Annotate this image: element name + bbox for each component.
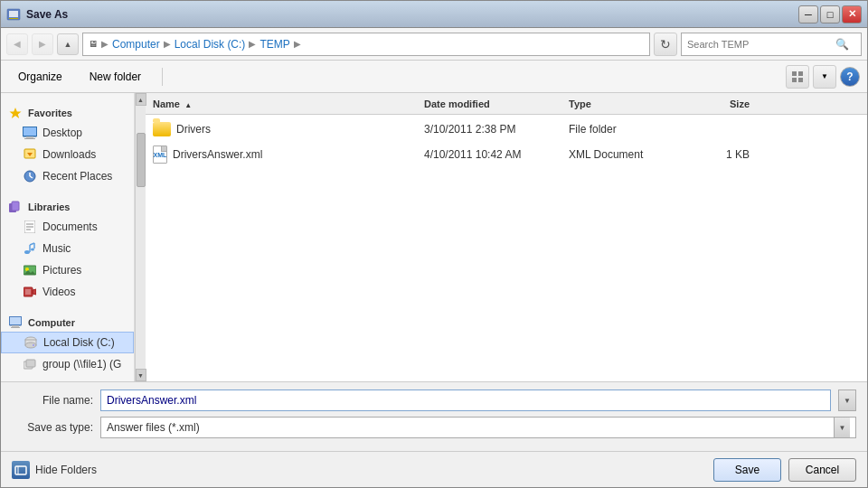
svg-rect-1 <box>9 11 18 17</box>
sidebar-item-local-disk[interactable]: Local Disk (C:) <box>1 332 134 353</box>
sidebar-item-desktop[interactable]: Desktop <box>1 122 134 144</box>
file-date-cell: 4/10/2011 10:42 AM <box>424 148 569 161</box>
col-size-header[interactable]: Size <box>677 99 750 109</box>
forward-button[interactable]: ▶ <box>32 33 53 55</box>
svg-rect-2 <box>9 18 18 19</box>
file-name-label: File name: <box>12 394 93 407</box>
music-icon <box>23 241 37 256</box>
col-date-header[interactable]: Date modified <box>424 99 569 109</box>
action-bar: Hide Folders Save Cancel <box>1 451 867 487</box>
svg-rect-9 <box>24 127 36 136</box>
file-name-dropdown-arrow[interactable]: ▼ <box>838 389 856 411</box>
recent-places-icon <box>23 169 37 183</box>
table-row[interactable]: XML DriversAnswer.xml 4/10/2011 10:42 AM… <box>146 142 867 167</box>
hide-folders-label: Hide Folders <box>35 464 97 476</box>
refresh-button[interactable]: ↻ <box>654 33 677 56</box>
svg-point-23 <box>24 250 30 254</box>
documents-icon <box>23 220 37 234</box>
breadcrumb-disk[interactable]: Local Disk (C:) <box>175 38 246 51</box>
removable-label: Removable Disk ( <box>42 380 128 381</box>
favorites-section: Favorites <box>1 100 134 122</box>
downloads-icon <box>23 147 37 162</box>
search-box[interactable]: 🔍 <box>681 33 862 56</box>
sidebar-item-group[interactable]: group (\\file1) (G <box>1 353 134 375</box>
svg-rect-18 <box>12 202 19 211</box>
sidebar-item-recent-places[interactable]: Recent Places <box>1 165 134 187</box>
save-as-type-label: Save as type: <box>12 421 93 434</box>
svg-rect-4 <box>798 71 803 76</box>
window-controls: ─ □ ✕ <box>798 5 862 23</box>
save-button[interactable]: Save <box>713 458 781 482</box>
sidebar-item-documents[interactable]: Documents <box>1 216 134 238</box>
sidebar-item-music[interactable]: Music <box>1 238 134 259</box>
folder-icon <box>153 122 171 136</box>
table-row[interactable]: Drivers 3/10/2011 2:38 PM File folder <box>146 117 867 142</box>
svg-marker-32 <box>33 289 36 295</box>
local-disk-icon <box>24 335 38 350</box>
file-list: Name ▲ Date modified Type Size Drivers 3… <box>146 93 867 381</box>
view-arrow-button[interactable]: ▼ <box>813 65 836 89</box>
address-bar: ◀ ▶ ▲ 🖥 ▶ Computer ▶ Local Disk (C:) ▶ T… <box>1 28 867 61</box>
new-folder-button[interactable]: New folder <box>80 65 151 89</box>
network-drive-icon <box>23 357 37 371</box>
hide-folders-button[interactable]: Hide Folders <box>12 461 97 479</box>
libraries-label: Libraries <box>28 202 70 212</box>
search-input[interactable] <box>687 39 832 50</box>
file-list-header: Name ▲ Date modified Type Size <box>146 93 867 115</box>
breadcrumb-temp[interactable]: TEMP <box>259 38 289 51</box>
minimize-button[interactable]: ─ <box>798 5 818 23</box>
breadcrumb-computer[interactable]: Computer <box>112 38 160 51</box>
file-size-cell: 1 KB <box>677 148 750 161</box>
computer-icon <box>8 315 23 330</box>
file-name-label: Drivers <box>176 123 211 136</box>
sidebar: Favorites Desktop <box>1 93 135 381</box>
svg-point-29 <box>25 267 29 271</box>
svg-marker-7 <box>10 108 22 118</box>
maximize-button[interactable]: □ <box>820 5 840 23</box>
sidebar-scrollbar[interactable]: ▲ ▼ <box>135 93 146 381</box>
sidebar-item-videos[interactable]: Videos <box>1 281 134 303</box>
scroll-thumb[interactable] <box>137 133 146 187</box>
file-name-row: File name: ▼ <box>12 389 856 411</box>
svg-rect-43 <box>26 360 35 367</box>
videos-label: Videos <box>42 286 75 298</box>
pictures-label: Pictures <box>42 264 81 277</box>
libraries-icon <box>8 200 23 214</box>
desktop-label: Desktop <box>42 127 82 139</box>
sidebar-item-pictures[interactable]: Pictures <box>1 259 134 281</box>
sidebar-item-downloads[interactable]: Downloads <box>1 144 134 165</box>
file-list-body: Drivers 3/10/2011 2:38 PM File folder XM… <box>146 115 867 381</box>
hide-folders-icon <box>12 461 30 479</box>
up-button[interactable]: ▲ <box>57 33 79 55</box>
cancel-button[interactable]: Cancel <box>788 458 856 482</box>
organize-button[interactable]: Organize <box>8 65 72 89</box>
save-type-row: Save as type: Answer files (*.xml) ▼ <box>12 417 856 438</box>
close-button[interactable]: ✕ <box>842 5 862 23</box>
xml-icon: XML <box>153 145 167 164</box>
col-name-header[interactable]: Name ▲ <box>153 99 424 109</box>
window-icon <box>6 7 21 22</box>
svg-point-41 <box>33 344 34 346</box>
svg-point-27 <box>31 249 34 251</box>
scroll-down-arrow[interactable]: ▼ <box>136 369 146 381</box>
svg-rect-33 <box>25 289 31 295</box>
scroll-up-arrow[interactable]: ▲ <box>136 93 146 106</box>
desktop-icon <box>23 126 37 140</box>
sidebar-item-removable[interactable]: Removable Disk ( <box>1 375 134 381</box>
music-label: Music <box>42 242 71 255</box>
file-name-input[interactable] <box>100 389 831 411</box>
file-date-cell: 3/10/2011 2:38 PM <box>424 123 569 136</box>
back-button[interactable]: ◀ <box>6 33 28 55</box>
save-as-type-dropdown[interactable]: Answer files (*.xml) ▼ <box>100 417 856 438</box>
help-button[interactable]: ? <box>840 67 860 87</box>
pictures-icon <box>23 263 37 277</box>
svg-rect-3 <box>792 71 797 76</box>
removable-disk-icon <box>23 379 37 381</box>
file-name-cell: XML DriversAnswer.xml <box>153 145 424 164</box>
view-button[interactable] <box>786 65 809 89</box>
svg-rect-37 <box>11 327 20 328</box>
file-name-label: DriversAnswer.xml <box>173 148 262 161</box>
col-type-header[interactable]: Type <box>569 99 677 109</box>
save-as-dialog: Save As ─ □ ✕ ◀ ▶ ▲ 🖥 ▶ Computer ▶ Local… <box>0 0 868 488</box>
documents-label: Documents <box>42 221 98 233</box>
